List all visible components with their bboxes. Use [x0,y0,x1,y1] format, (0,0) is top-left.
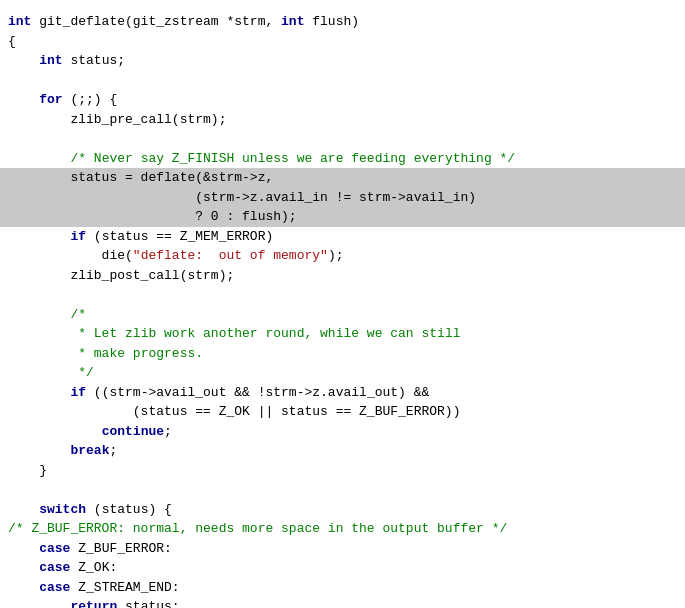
code-line [0,480,685,500]
code-token: status; [117,597,179,608]
code-line: case Z_BUF_ERROR: [0,539,685,559]
code-token: ); [328,246,344,266]
code-line: for (;;) { [0,90,685,110]
code-token [8,344,78,364]
code-token: (strm->z.avail_in != strm->avail_in) [8,188,476,208]
code-token [8,578,39,598]
code-line: die("deflate: out of memory"); [0,246,685,266]
code-token: Z_BUF_ERROR: [70,539,171,559]
code-token: /* Never say Z_FINISH unless we are feed… [70,149,515,169]
code-token [8,558,39,578]
code-token: /* [70,305,86,325]
code-line: * Let zlib work another round, while we … [0,324,685,344]
code-line: switch (status) { [0,500,685,520]
code-line [0,285,685,305]
code-token: if [70,227,86,247]
code-token: git_deflate(git_zstream *strm, [31,12,281,32]
code-token [8,305,70,325]
code-line: if (status == Z_MEM_ERROR) [0,227,685,247]
code-token: * Let zlib work another round, while we … [78,324,460,344]
code-token: int [8,12,31,32]
code-token [8,597,70,608]
code-line: (strm->z.avail_in != strm->avail_in) [0,188,685,208]
code-line: * make progress. [0,344,685,364]
code-token: status; [63,51,125,71]
code-token: ; [164,422,172,442]
code-line: /* [0,305,685,325]
code-line: zlib_pre_call(strm); [0,110,685,130]
code-line: int status; [0,51,685,71]
code-line: return status; [0,597,685,608]
code-token [8,51,39,71]
code-line: } [0,461,685,481]
code-line: { [0,32,685,52]
code-line: int git_deflate(git_zstream *strm, int f… [0,12,685,32]
code-token: die( [8,246,133,266]
code-token [8,324,78,344]
code-line: /* Z_BUF_ERROR: normal, needs more space… [0,519,685,539]
code-token: */ [78,363,94,383]
code-line: zlib_post_call(strm); [0,266,685,286]
code-token: int [281,12,304,32]
code-token: for [39,90,62,110]
code-token: int [39,51,62,71]
code-token: ((strm->avail_out && !strm->z.avail_out)… [86,383,429,403]
code-line [0,71,685,91]
code-token: * make progress. [78,344,203,364]
code-token: ; [109,441,117,461]
code-token [8,149,70,169]
code-token [8,422,102,442]
code-token: zlib_pre_call(strm); [8,110,226,130]
code-token: "deflate: out of memory" [133,246,328,266]
code-line: case Z_OK: [0,558,685,578]
code-token [8,441,70,461]
code-viewer: int git_deflate(git_zstream *strm, int f… [0,8,685,608]
code-line: if ((strm->avail_out && !strm->z.avail_o… [0,383,685,403]
code-line: break; [0,441,685,461]
code-token [8,383,70,403]
code-line [0,129,685,149]
code-token: if [70,383,86,403]
code-token [8,90,39,110]
code-line: case Z_STREAM_END: [0,578,685,598]
code-token: (status) { [86,500,172,520]
code-token [8,227,70,247]
code-line: */ [0,363,685,383]
code-line: continue; [0,422,685,442]
code-token: } [8,461,47,481]
code-token: continue [102,422,164,442]
code-line: status = deflate(&strm->z, [0,168,685,188]
code-token [8,363,78,383]
code-token: case [39,578,70,598]
code-token: Z_STREAM_END: [70,578,179,598]
code-line: /* Never say Z_FINISH unless we are feed… [0,149,685,169]
code-token: case [39,558,70,578]
code-token: case [39,539,70,559]
code-token: { [8,32,16,52]
code-token: Z_OK: [70,558,117,578]
code-line: (status == Z_OK || status == Z_BUF_ERROR… [0,402,685,422]
code-token: (status == Z_MEM_ERROR) [86,227,273,247]
code-token: ? 0 : flush); [8,207,297,227]
code-token: return [70,597,117,608]
code-token: (;;) { [63,90,118,110]
code-token: switch [39,500,86,520]
code-token [8,539,39,559]
code-token [8,500,39,520]
code-token: (status == Z_OK || status == Z_BUF_ERROR… [8,402,460,422]
code-token: status = deflate(&strm->z, [8,168,273,188]
code-token: flush) [304,12,359,32]
code-token: break [70,441,109,461]
code-line: ? 0 : flush); [0,207,685,227]
code-token: /* Z_BUF_ERROR: normal, needs more space… [8,519,507,539]
code-token: zlib_post_call(strm); [8,266,234,286]
